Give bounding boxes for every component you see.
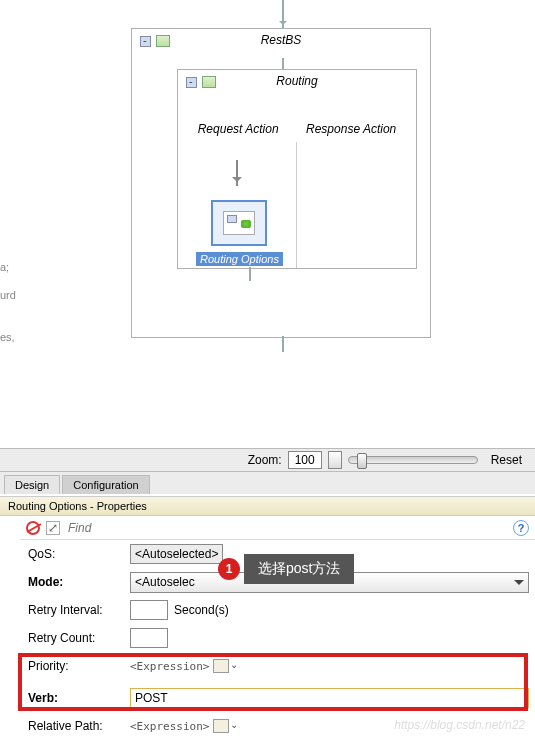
relative-path-expression[interactable]: <Expression> — [130, 720, 209, 733]
flow-canvas[interactable]: RestBS Routing Request Action Response A… — [0, 0, 535, 440]
connector-arrow — [236, 160, 238, 186]
routing-node[interactable]: Routing Request Action Response Action R… — [177, 69, 417, 269]
zoom-spinner[interactable] — [328, 451, 342, 469]
routing-options-node[interactable] — [211, 200, 267, 246]
collapse-icon[interactable] — [186, 77, 197, 88]
mode-value: <Autoselec — [135, 575, 195, 589]
help-icon[interactable]: ? — [513, 520, 529, 536]
retry-interval-input[interactable] — [130, 600, 168, 620]
properties-toolbar: ⤢ ? — [20, 516, 535, 540]
verb-label: Verb: — [20, 691, 130, 705]
mode-label: Mode: — [20, 575, 130, 589]
properties-panel-title: Routing Options - Properties — [0, 496, 535, 516]
zoom-slider[interactable] — [348, 456, 478, 464]
routing-collapse-controls[interactable] — [186, 76, 216, 91]
tab-configuration[interactable]: Configuration — [62, 475, 149, 494]
find-input[interactable] — [66, 520, 507, 536]
request-action-label: Request Action — [198, 122, 279, 136]
routing-options-caption: Routing Options — [196, 252, 283, 266]
connector-bottom — [282, 336, 284, 352]
retry-count-input[interactable] — [130, 628, 168, 648]
response-action-label: Response Action — [306, 122, 396, 136]
callout-number: 1 — [218, 558, 240, 580]
expand-icon[interactable]: ⤢ — [46, 521, 60, 535]
zoom-input[interactable] — [288, 451, 322, 469]
collapse-icon[interactable] — [140, 36, 151, 47]
node-type-icon — [156, 35, 170, 47]
priority-expression[interactable]: <Expression> — [130, 660, 209, 673]
relative-path-label: Relative Path: — [20, 719, 130, 733]
seconds-label: Second(s) — [174, 603, 229, 617]
tab-design[interactable]: Design — [4, 475, 60, 494]
editor-tabs: Design Configuration — [0, 472, 535, 494]
qos-label: QoS: — [20, 547, 130, 561]
connector — [249, 267, 251, 281]
retry-interval-label: Retry Interval: — [20, 603, 130, 617]
routing-options-icon — [223, 211, 255, 235]
left-fragment: a; urd es, — [0, 260, 18, 344]
restbs-node[interactable]: RestBS Routing Request Action Response A… — [131, 28, 431, 338]
zoom-toolbar: Zoom: Reset — [0, 448, 535, 472]
zoom-reset-button[interactable]: Reset — [484, 450, 529, 470]
lane-divider — [296, 142, 297, 268]
connector-top — [282, 0, 284, 28]
disable-icon[interactable] — [26, 521, 40, 535]
watermark: https://blog.csdn.net/n22 — [394, 718, 525, 732]
verb-field[interactable]: POST — [130, 688, 529, 708]
expression-editor-icon[interactable] — [213, 659, 229, 673]
retry-count-label: Retry Count: — [20, 631, 130, 645]
qos-value[interactable]: <Autoselected> — [130, 544, 223, 564]
priority-label: Priority: — [20, 659, 130, 673]
restbs-collapse-controls[interactable] — [140, 35, 170, 50]
callout-text: 选择post方法 — [244, 554, 354, 584]
zoom-label: Zoom: — [248, 453, 282, 467]
verb-value: POST — [135, 691, 168, 705]
node-type-icon — [202, 76, 216, 88]
zoom-slider-thumb[interactable] — [357, 453, 367, 469]
expression-editor-icon[interactable] — [213, 719, 229, 733]
restbs-title: RestBS — [132, 29, 430, 51]
